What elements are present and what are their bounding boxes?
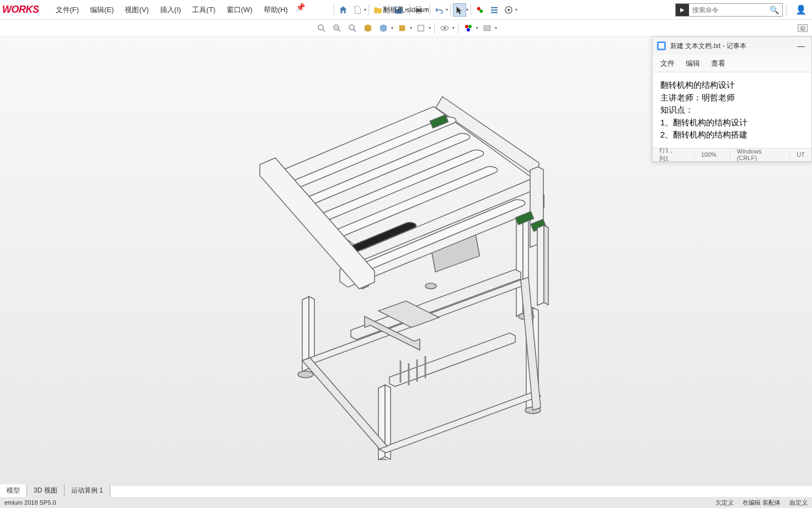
notepad-line-ending: Windows (CRLF): [730, 148, 777, 161]
new-document-button[interactable]: [351, 3, 364, 17]
svg-rect-15: [418, 25, 424, 31]
notepad-title-text: 新建 文本文档.txt - 记事本: [670, 41, 790, 51]
menu-window[interactable]: 窗口(W): [221, 3, 258, 17]
svg-point-19: [468, 25, 472, 28]
zoom-area-button[interactable]: [330, 22, 344, 35]
svg-point-5: [479, 9, 483, 13]
app-logo: WORKS: [2, 4, 50, 15]
toolbar-separator: [434, 23, 435, 34]
notepad-menu-bar: 文件 编辑 查看: [653, 55, 811, 72]
notepad-app-icon: [657, 41, 666, 50]
search-icon[interactable]: 🔍: [766, 6, 782, 14]
svg-point-4: [477, 7, 480, 10]
status-bar: emium 2018 SP5.0 欠定义 在编辑 装配体 自定义: [0, 497, 812, 508]
dropdown-arrow-icon[interactable]: ▾: [364, 7, 366, 12]
home-button[interactable]: [336, 3, 350, 17]
toolbar-separator: [786, 4, 787, 15]
menu-items-container: 文件(F) 编辑(E) 视图(V) 插入(I) 工具(T) 窗口(W) 帮助(H…: [50, 3, 305, 17]
status-editing: 在编辑 装配体: [742, 499, 781, 507]
search-area: ▶ 🔍 👤: [675, 3, 808, 17]
hide-show-button[interactable]: [414, 22, 428, 35]
notepad-menu-view[interactable]: 查看: [711, 59, 725, 68]
svg-rect-7: [491, 9, 498, 10]
zoom-fit-button[interactable]: [315, 22, 328, 35]
settings-button[interactable]: [502, 3, 515, 17]
svg-rect-21: [484, 25, 490, 30]
expand-panel-button[interactable]: ◱: [798, 24, 808, 32]
visibility-button[interactable]: [438, 22, 451, 35]
menu-file[interactable]: 文件(F): [50, 3, 85, 17]
menu-help[interactable]: 帮助(H): [258, 3, 293, 17]
svg-point-26: [425, 283, 436, 289]
rebuild-button[interactable]: [473, 3, 487, 17]
menu-view[interactable]: 视图(V): [119, 3, 154, 17]
svg-point-17: [444, 27, 446, 29]
notepad-menu-edit[interactable]: 编辑: [686, 59, 700, 68]
options-button[interactable]: [488, 3, 501, 17]
open-button[interactable]: [371, 3, 384, 17]
svg-rect-14: [399, 25, 405, 31]
dropdown-arrow-icon[interactable]: ▾: [446, 7, 448, 12]
svg-point-13: [349, 25, 354, 30]
notepad-encoding: UT: [789, 151, 805, 158]
notepad-status-bar: 行1，列1 100% Windows (CRLF) UT: [653, 148, 811, 161]
tab-model[interactable]: 模型: [0, 484, 27, 497]
select-button[interactable]: [453, 3, 466, 17]
pin-icon[interactable]: 📌: [296, 3, 305, 17]
menu-insert[interactable]: 插入(I): [154, 3, 186, 17]
dropdown-arrow-icon[interactable]: ▾: [452, 25, 455, 30]
toolbar-separator: [450, 4, 451, 15]
svg-rect-8: [491, 12, 498, 13]
notepad-zoom: 100%: [694, 151, 717, 158]
svg-point-24: [375, 459, 391, 460]
svg-point-22: [298, 371, 313, 378]
undo-button[interactable]: [432, 3, 446, 17]
appearance-button[interactable]: [462, 22, 475, 35]
menu-edit[interactable]: 编辑(E): [84, 3, 119, 17]
user-icon[interactable]: 👤: [794, 3, 808, 17]
dropdown-arrow-icon[interactable]: ▾: [476, 25, 478, 30]
dropdown-arrow-icon[interactable]: ▾: [515, 7, 517, 12]
bottom-tabs: 模型 3D 视图 运动算例 1: [0, 484, 110, 497]
svg-rect-6: [491, 7, 498, 8]
previous-view-button[interactable]: [346, 22, 359, 35]
toolbar-separator: [430, 4, 430, 15]
search-container: ▶ 🔍: [675, 3, 783, 17]
document-title: 翻板机.sldasm: [383, 5, 429, 15]
tab-motion-study[interactable]: 运动算例 1: [65, 484, 110, 497]
dropdown-arrow-icon[interactable]: ▾: [466, 7, 468, 12]
dropdown-arrow-icon[interactable]: ▾: [429, 25, 431, 30]
view-orientation-button[interactable]: [377, 22, 390, 35]
dropdown-arrow-icon[interactable]: ▾: [495, 25, 497, 30]
svg-point-18: [465, 25, 468, 28]
version-label: emium 2018 SP5.0: [4, 499, 56, 506]
svg-point-11: [318, 25, 323, 30]
notepad-cursor-position: 行1，列1: [659, 146, 681, 163]
search-play-icon[interactable]: ▶: [676, 4, 689, 16]
status-right: 欠定义 在编辑 装配体 自定义: [715, 499, 808, 507]
toolbar-separator: [334, 4, 334, 15]
notepad-window: 新建 文本文档.txt - 记事本 — 文件 编辑 查看 翻转机构的结构设计 主…: [652, 36, 812, 162]
notepad-content[interactable]: 翻转机构的结构设计 主讲老师：明哲老师 知识点： 1、翻转机构的结构设计 2、翻…: [653, 72, 811, 148]
status-definition: 欠定义: [715, 499, 734, 507]
toolbar-separator: [458, 23, 458, 34]
section-view-button[interactable]: [361, 22, 375, 35]
notepad-title-bar[interactable]: 新建 文本文档.txt - 记事本 —: [653, 37, 811, 55]
dropdown-arrow-icon[interactable]: ▾: [391, 25, 393, 30]
view-toolbar: ▾ ▾ ▾ ▾ ▾ ▾: [0, 20, 812, 36]
svg-point-20: [467, 28, 470, 31]
toolbar-separator: [471, 4, 471, 15]
search-input[interactable]: [689, 4, 766, 15]
toolbar-separator: [368, 4, 369, 15]
notepad-menu-file[interactable]: 文件: [660, 59, 675, 68]
tab-3d-view[interactable]: 3D 视图: [27, 484, 65, 497]
dropdown-arrow-icon[interactable]: ▾: [410, 25, 412, 30]
status-custom: 自定义: [789, 499, 808, 507]
svg-point-10: [507, 8, 510, 11]
display-style-button[interactable]: [396, 22, 409, 35]
main-viewport-area: 新建 文本文档.txt - 记事本 — 文件 编辑 查看 翻转机构的结构设计 主…: [0, 36, 812, 486]
menu-tools[interactable]: 工具(T): [186, 3, 221, 17]
minimize-button[interactable]: —: [795, 41, 807, 50]
scene-button[interactable]: [480, 22, 494, 35]
3d-model-render: [207, 62, 605, 460]
